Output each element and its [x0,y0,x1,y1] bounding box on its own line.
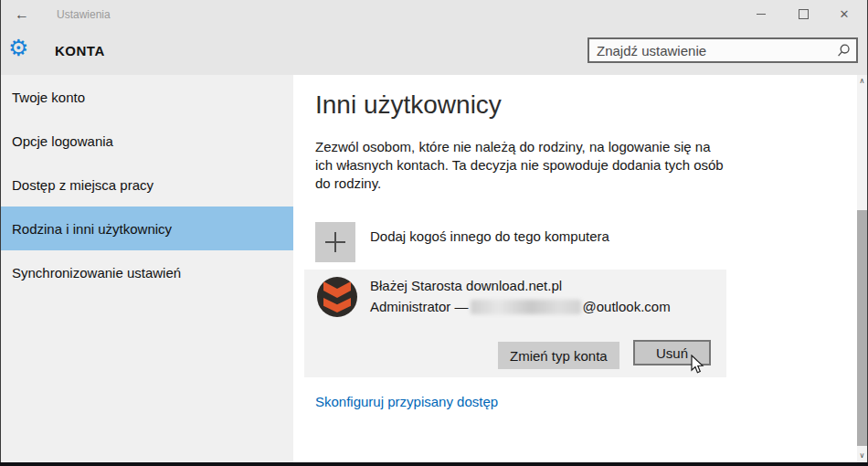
search-icon [837,44,851,61]
window-title: Ustawienia [57,8,111,21]
search-input[interactable] [589,39,856,61]
scrollbar[interactable]: ∧ ∨ [857,75,867,462]
sidebar-item-family-other-users[interactable]: Rodzina i inni użytkownicy [0,207,293,250]
avatar-chevron-icon [323,281,351,298]
minimize-button[interactable] [741,0,781,27]
account-role-prefix: Administrator — [370,299,469,314]
avatar-chevron-icon [323,298,351,312]
window-bottom-edge [0,462,868,466]
scroll-up-icon[interactable]: ∧ [857,75,867,87]
close-icon: ✕ [840,7,850,21]
account-email-domain: @outlook.com [583,299,671,314]
avatar [317,277,357,317]
assigned-access-link[interactable]: Skonfiguruj przypisany dostęp [315,394,498,409]
close-button[interactable]: ✕ [824,0,864,27]
account-role-line: Administrator — @outlook.com [370,298,671,315]
add-user-button[interactable] [315,222,355,262]
account-row[interactable]: Błażej Starosta download.net.pl Administ… [304,270,726,377]
remove-button[interactable]: Usuń [633,340,711,365]
settings-window: ← Ustawienia ✕ ⚙ KONTA Twoje konto Opcje [0,0,868,466]
content-heading: Inni użytkownicy [315,90,502,120]
content-description: Zezwól osobom, które nie należą do rodzi… [315,138,724,193]
sidebar-item-work-access[interactable]: Dostęp z miejsca pracy [0,163,293,207]
add-user-row[interactable]: Dodaj kogoś innego do tego komputera [315,222,726,262]
top-band: ← Ustawienia ✕ ⚙ KONTA [0,0,868,75]
account-name: Błażej Starosta download.net.pl [370,278,562,293]
page-title: KONTA [55,43,105,58]
maximize-button[interactable] [783,0,823,27]
sidebar-item-your-account[interactable]: Twoje konto [0,75,293,119]
redacted-email [471,300,581,314]
change-account-type-button[interactable]: Zmień typ konta [498,342,619,369]
add-user-label: Dodaj kogoś innego do tego komputera [370,228,609,244]
sidebar-item-sync-settings[interactable]: Synchronizowanie ustawień [0,250,293,294]
sidebar: Twoje konto Opcje logowania Dostęp z mie… [0,75,293,462]
minimize-icon [757,14,766,15]
scroll-down-icon[interactable]: ∨ [857,450,867,461]
sidebar-item-signin-options[interactable]: Opcje logowania [0,119,293,163]
back-arrow-icon: ← [15,6,29,23]
scrollbar-thumb[interactable] [857,210,867,446]
back-button[interactable]: ← [11,5,33,25]
window-border [0,0,1,466]
search-box [587,37,858,63]
plus-icon [325,241,345,243]
gear-icon: ⚙ [8,37,28,59]
maximize-icon [799,9,809,19]
